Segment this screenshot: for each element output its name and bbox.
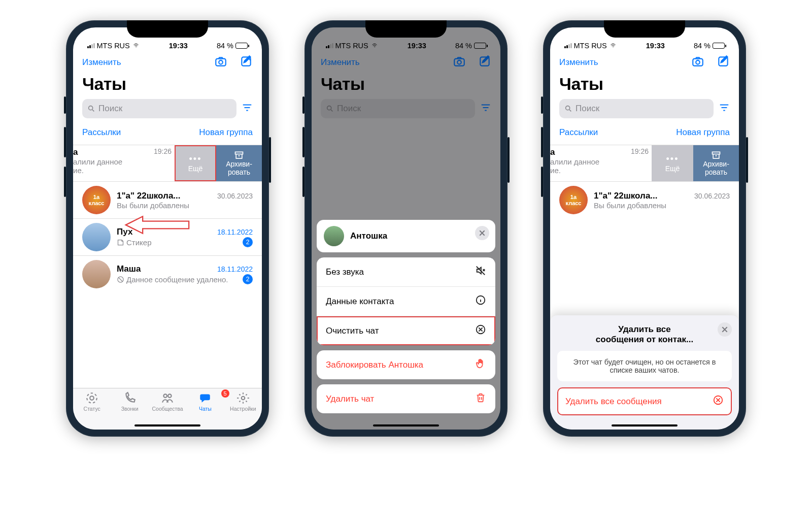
newgroup-link[interactable]: Новая группа [676, 127, 730, 138]
sheet-item-delete[interactable]: Удалить чат [317, 384, 495, 413]
info-icon [475, 294, 486, 308]
clear-icon [475, 324, 486, 338]
signal-icon [564, 43, 572, 48]
newgroup-link[interactable]: Новая группа [199, 127, 253, 138]
svg-point-10 [242, 397, 245, 400]
status-bar: MTS RUS 19:33 84 % [73, 27, 262, 52]
swipe-archive-button[interactable]: Архиви- ровать [216, 145, 262, 181]
home-indicator [134, 424, 200, 426]
swiped-time: 19:26 [631, 147, 649, 157]
swipe-archive-label: Архиви- ровать [703, 160, 729, 176]
chat-name: Маша [117, 264, 141, 274]
tab-communities[interactable]: Сообщества [149, 391, 186, 420]
carrier-label: MTS RUS [574, 42, 607, 50]
swiped-name: а [73, 147, 78, 157]
swipe-more-button[interactable]: Ещё [652, 145, 693, 181]
archive-icon [233, 150, 245, 160]
tab-chats[interactable]: 5 Чаты [186, 391, 224, 420]
sheet-header: Антошка [317, 220, 495, 252]
svg-point-8 [163, 394, 167, 398]
close-icon[interactable] [475, 226, 489, 240]
swipe-archive-button[interactable]: Архиви- ровать [693, 145, 739, 181]
communities-icon [161, 391, 174, 405]
battery-label: 84 % [694, 42, 710, 50]
screen-2: MTS RUS 19:33 84 % Изменить Чаты Поиск [312, 27, 500, 430]
search-input[interactable]: Поиск [559, 99, 714, 118]
search-placeholder: Поиск [576, 104, 599, 114]
svg-rect-21 [713, 152, 720, 154]
broadcasts-link[interactable]: Рассылки [82, 127, 121, 138]
chat-subtitle: Данное сообщение удалено. [117, 275, 228, 284]
chat-row[interactable]: Маша 18.11.2022 Данное сообщение удалено… [73, 255, 262, 292]
swipe-more-label: Ещё [188, 165, 203, 173]
mute-icon [475, 265, 486, 279]
chat-name: 1"а" 22школа... [117, 191, 181, 201]
tab-label: Настройки [230, 406, 256, 412]
search-placeholder: Поиск [98, 104, 122, 114]
chat-date: 30.06.2023 [694, 192, 730, 200]
gear-icon [236, 391, 250, 405]
svg-point-3 [89, 106, 93, 110]
swiped-sub1: алили данное [550, 157, 649, 166]
swiped-time: 19:26 [154, 147, 172, 157]
dots-icon [666, 154, 679, 165]
broadcasts-link[interactable]: Рассылки [559, 127, 598, 138]
camera-icon[interactable] [691, 55, 704, 70]
edit-button[interactable]: Изменить [559, 57, 598, 68]
contact-name: Антошка [350, 231, 387, 241]
sheet-item-mute[interactable]: Без звука [317, 257, 495, 287]
swipe-more-button[interactable]: Ещё [175, 145, 216, 181]
time-label: 19:33 [169, 42, 188, 50]
compose-icon[interactable] [240, 55, 253, 70]
swiped-chat-row: а 19:26 алили данное ие. Ещё Архиви- ров… [550, 145, 739, 181]
confirm-action-label: Удалить все сообщения [565, 397, 662, 407]
chat-subtitle: Вы были добавлены [117, 201, 253, 210]
tab-label: Сообщества [152, 406, 183, 412]
filter-icon[interactable] [719, 102, 730, 115]
swipe-more-label: Ещё [665, 165, 680, 173]
unread-badge: 2 [243, 237, 253, 247]
camera-icon[interactable] [214, 55, 227, 70]
confirm-delete-button[interactable]: Удалить все сообщения [557, 387, 732, 415]
swiped-sub2: ие. [550, 166, 649, 175]
compose-icon[interactable] [717, 55, 730, 70]
search-input[interactable]: Поиск [82, 99, 236, 118]
signal-icon [87, 43, 95, 48]
svg-point-9 [168, 394, 172, 398]
svg-point-6 [87, 393, 97, 403]
confirm-sheet: Удалить все сообщения от контак... Этот … [550, 315, 739, 430]
trash-icon [475, 392, 486, 406]
sheet-item-info[interactable]: Данные контакта [317, 287, 495, 316]
svg-rect-17 [693, 59, 703, 66]
avatar: 1акласс [559, 186, 588, 214]
sheet-item-clear[interactable]: Очистить чат [317, 316, 495, 345]
sticker-icon [117, 239, 124, 246]
tab-label: Чаты [199, 406, 212, 412]
sheet-item-block[interactable]: Заблокировать Антошка [317, 350, 495, 379]
phone-frame-1: MTS RUS 19:33 84 % Изменить Чаты [66, 20, 269, 437]
chat-row[interactable]: 1акласс 1"а" 22школа... 30.06.2023 Вы бы… [73, 181, 262, 218]
confirm-description: Этот чат будет очищен, но он останется в… [557, 351, 732, 381]
filter-icon[interactable] [242, 102, 253, 115]
dots-icon [189, 154, 202, 165]
item-label: Заблокировать Антошка [326, 360, 423, 370]
tab-calls[interactable]: Звонки [111, 391, 148, 420]
chat-row[interactable]: 1акласс 1"а" 22школа... 30.06.2023 Вы бы… [550, 181, 739, 218]
item-label: Без звука [326, 267, 364, 277]
chat-date: 18.11.2022 [217, 228, 253, 236]
svg-rect-0 [216, 59, 226, 66]
deleted-icon [117, 276, 124, 283]
carrier-label: MTS RUS [97, 42, 130, 50]
search-icon [87, 105, 95, 113]
swiped-chat-row: а 19:26 алили данное ие. Ещё Архиви- ров… [73, 145, 262, 181]
edit-button[interactable]: Изменить [82, 57, 121, 68]
chat-date: 18.11.2022 [217, 265, 253, 273]
screen-3: MTS RUS 19:33 84 % Изменить Чаты Поиск [550, 27, 739, 430]
close-icon[interactable] [718, 322, 732, 337]
status-bar: MTS RUS 19:33 84 % [550, 27, 739, 52]
action-sheet-overlay[interactable]: Антошка Без звука Данные контакта [312, 27, 500, 430]
tab-status[interactable]: Статус [73, 391, 111, 420]
tab-settings[interactable]: Настройки [224, 391, 262, 420]
action-sheet: Антошка Без звука Данные контакта [317, 220, 495, 418]
status-icon [85, 391, 98, 405]
